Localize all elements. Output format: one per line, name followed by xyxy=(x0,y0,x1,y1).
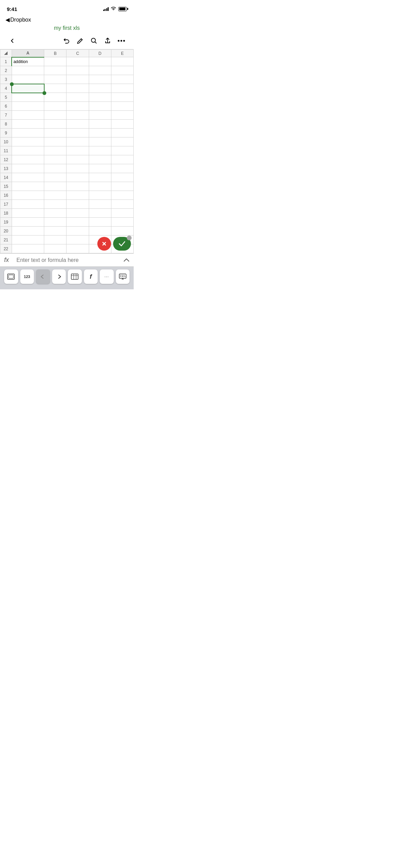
cell-B15[interactable] xyxy=(44,182,66,191)
more-kb-button[interactable]: ··· xyxy=(100,269,114,284)
cell-A12[interactable] xyxy=(12,155,44,164)
cell-E7[interactable] xyxy=(111,111,133,120)
col-header-b[interactable]: B xyxy=(44,50,66,57)
cell-A21[interactable] xyxy=(12,236,44,244)
cell-E9[interactable] xyxy=(111,129,133,137)
cell-D11[interactable] xyxy=(89,146,111,155)
cell-C7[interactable] xyxy=(66,111,89,120)
cell-B16[interactable] xyxy=(44,191,66,200)
cell-C1[interactable] xyxy=(66,57,89,66)
more-button[interactable] xyxy=(116,35,127,46)
cell-A4[interactable] xyxy=(12,84,44,93)
back-label[interactable]: Dropbox xyxy=(10,17,31,23)
cell-E6[interactable] xyxy=(111,102,133,111)
cell-C9[interactable] xyxy=(66,129,89,137)
cell-B9[interactable] xyxy=(44,129,66,137)
cell-E17[interactable] xyxy=(111,200,133,209)
cell-E3[interactable] xyxy=(111,75,133,84)
cell-E11[interactable] xyxy=(111,146,133,155)
cell-B18[interactable] xyxy=(44,209,66,218)
cell-D5[interactable] xyxy=(89,93,111,102)
cancel-button[interactable] xyxy=(97,237,111,251)
cell-B11[interactable] xyxy=(44,146,66,155)
cell-B20[interactable] xyxy=(44,227,66,236)
cell-A14[interactable] xyxy=(12,173,44,182)
cell-D15[interactable] xyxy=(89,182,111,191)
cell-D19[interactable] xyxy=(89,218,111,227)
cell-C17[interactable] xyxy=(66,200,89,209)
cell-D16[interactable] xyxy=(89,191,111,200)
cell-E2[interactable] xyxy=(111,66,133,75)
cell-B4[interactable] xyxy=(44,84,66,93)
cell-B6[interactable] xyxy=(44,102,66,111)
col-header-d[interactable]: D xyxy=(89,50,111,57)
cell-D7[interactable] xyxy=(89,111,111,120)
function-button[interactable]: f xyxy=(84,269,98,284)
cell-C6[interactable] xyxy=(66,102,89,111)
cell-A2[interactable] xyxy=(12,66,44,75)
cell-C5[interactable] xyxy=(66,93,89,102)
cell-D3[interactable] xyxy=(89,75,111,84)
cell-B7[interactable] xyxy=(44,111,66,120)
formula-input[interactable] xyxy=(16,257,121,263)
cell-A16[interactable] xyxy=(12,191,44,200)
hide-keyboard-button[interactable] xyxy=(116,269,130,284)
cell-A9[interactable] xyxy=(12,129,44,137)
cell-C10[interactable] xyxy=(66,137,89,146)
cell-C8[interactable] xyxy=(66,120,89,129)
col-header-c[interactable]: C xyxy=(66,50,89,57)
cell-E4[interactable] xyxy=(111,84,133,93)
cell-A8[interactable] xyxy=(12,120,44,129)
cell-C16[interactable] xyxy=(66,191,89,200)
numpad-button[interactable]: 123 xyxy=(20,269,34,284)
cell-D9[interactable] xyxy=(89,129,111,137)
cell-B5[interactable] xyxy=(44,93,66,102)
cell-A20[interactable] xyxy=(12,227,44,236)
cell-E14[interactable] xyxy=(111,173,133,182)
cell-D1[interactable] xyxy=(89,57,111,66)
cell-C22[interactable] xyxy=(66,244,89,253)
col-header-a[interactable]: A xyxy=(12,50,44,57)
cell-B12[interactable] xyxy=(44,155,66,164)
cell-E10[interactable] xyxy=(111,137,133,146)
cell-D4[interactable] xyxy=(89,84,111,93)
cell-D13[interactable] xyxy=(89,164,111,173)
cell-E5[interactable] xyxy=(111,93,133,102)
cell-A18[interactable] xyxy=(12,209,44,218)
cell-A10[interactable] xyxy=(12,137,44,146)
cell-B17[interactable] xyxy=(44,200,66,209)
share-button[interactable] xyxy=(102,35,113,46)
cell-C21[interactable] xyxy=(66,236,89,244)
cell-C2[interactable] xyxy=(66,66,89,75)
cell-D20[interactable] xyxy=(89,227,111,236)
cell-E15[interactable] xyxy=(111,182,133,191)
cell-A17[interactable] xyxy=(12,200,44,209)
cell-E18[interactable] xyxy=(111,209,133,218)
search-button[interactable] xyxy=(88,35,99,46)
table-button[interactable] xyxy=(68,269,82,284)
cell-B10[interactable] xyxy=(44,137,66,146)
formula-chevron-icon[interactable] xyxy=(123,256,130,264)
cell-D8[interactable] xyxy=(89,120,111,129)
cell-C4[interactable] xyxy=(66,84,89,93)
cell-E13[interactable] xyxy=(111,164,133,173)
cell-B3[interactable] xyxy=(44,75,66,84)
cell-B22[interactable] xyxy=(44,244,66,253)
cell-D12[interactable] xyxy=(89,155,111,164)
cell-A22[interactable] xyxy=(12,244,44,253)
cell-E12[interactable] xyxy=(111,155,133,164)
cell-C19[interactable] xyxy=(66,218,89,227)
cell-E1[interactable] xyxy=(111,57,133,66)
cell-C12[interactable] xyxy=(66,155,89,164)
right-arrow-button[interactable] xyxy=(52,269,66,284)
left-arrow-button[interactable] xyxy=(36,269,50,284)
cell-A15[interactable] xyxy=(12,182,44,191)
cell-D17[interactable] xyxy=(89,200,111,209)
cell-D10[interactable] xyxy=(89,137,111,146)
cell-C13[interactable] xyxy=(66,164,89,173)
cell-A5[interactable] xyxy=(12,93,44,102)
cell-C11[interactable] xyxy=(66,146,89,155)
cell-D6[interactable] xyxy=(89,102,111,111)
cell-E8[interactable] xyxy=(111,120,133,129)
cell-D14[interactable] xyxy=(89,173,111,182)
